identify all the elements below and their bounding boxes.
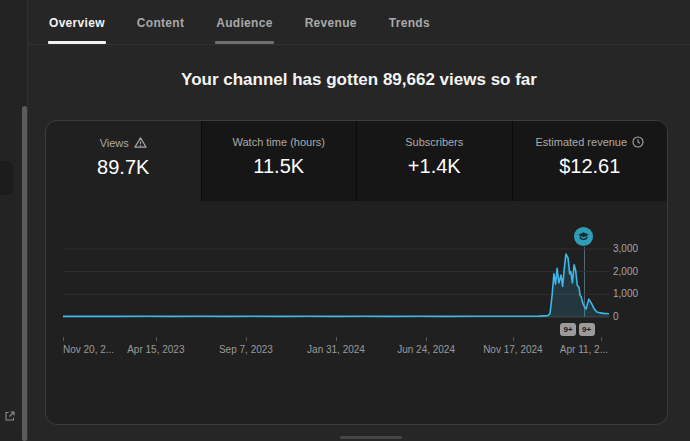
tab-underline xyxy=(215,41,273,44)
x-axis-tick xyxy=(246,337,247,341)
tab-underline xyxy=(136,41,185,44)
metric-label-text: Watch time (hours) xyxy=(232,136,325,148)
tab-underline xyxy=(388,41,431,44)
x-axis-tick xyxy=(426,337,427,341)
milestone-icon[interactable] xyxy=(573,226,594,247)
series-line-views xyxy=(63,254,609,316)
x-axis-label: Sep 7, 2023 xyxy=(219,344,273,355)
warning-icon xyxy=(134,136,147,149)
x-axis-label: Nov 17, 2024 xyxy=(483,344,543,355)
y-axis-label: 1,000 xyxy=(613,288,638,299)
tab-label: Audience xyxy=(216,16,272,30)
metric-label-text: Views xyxy=(100,137,129,149)
x-axis-label: Nov 20, 2... xyxy=(63,344,114,355)
series-area-fill xyxy=(63,254,609,317)
metric-label: Watch time (hours) xyxy=(232,136,325,148)
metric-value: $12.61 xyxy=(559,155,620,178)
video-published-badge[interactable]: 9+ xyxy=(560,323,576,336)
views-line-chart[interactable] xyxy=(63,245,609,321)
tab-audience[interactable]: Audience xyxy=(215,16,273,44)
tab-overview[interactable]: Overview xyxy=(48,16,106,44)
x-axis-tick xyxy=(513,337,514,341)
metric-label-text: Subscribers xyxy=(405,136,463,148)
tab-revenue[interactable]: Revenue xyxy=(304,16,358,44)
metric-label: Estimated revenue xyxy=(535,136,644,148)
x-axis-tick xyxy=(336,337,337,341)
x-axis-label: Apr 15, 2023 xyxy=(127,344,184,355)
tab-label: Overview xyxy=(49,16,105,30)
youtube-studio-analytics-page: OverviewContentAudienceRevenueTrends You… xyxy=(0,0,690,441)
x-axis-tick xyxy=(156,337,157,341)
x-axis-label: Jan 31, 2024 xyxy=(307,344,365,355)
analytics-tab-bar: OverviewContentAudienceRevenueTrends xyxy=(28,0,690,45)
left-gutter xyxy=(0,0,28,441)
metric-card-watch-time[interactable]: Watch time (hours)11.5K xyxy=(201,121,357,201)
metric-value: +1.4K xyxy=(408,155,461,178)
metric-value: 11.5K xyxy=(253,155,304,178)
tab-trends[interactable]: Trends xyxy=(388,16,431,44)
y-axis-label: 2,000 xyxy=(613,266,638,277)
x-axis-label: Jun 24, 2024 xyxy=(397,344,455,355)
external-link-icon[interactable] xyxy=(4,410,16,422)
metric-label-text: Estimated revenue xyxy=(535,136,627,148)
metric-cards-row: Views89.7KWatch time (hours)11.5KSubscri… xyxy=(46,121,667,201)
tab-content[interactable]: Content xyxy=(136,16,185,44)
metric-card-views[interactable]: Views89.7K xyxy=(46,121,201,201)
tab-label: Revenue xyxy=(305,16,357,30)
x-axis-tick xyxy=(63,337,64,341)
page-title: Your channel has gotten 89,662 views so … xyxy=(28,70,690,90)
side-flag xyxy=(0,161,13,195)
x-axis-tick xyxy=(601,337,602,341)
metric-label: Subscribers xyxy=(405,136,463,148)
metric-label: Views xyxy=(100,136,147,149)
metric-card-estimated-revenue[interactable]: Estimated revenue$12.61 xyxy=(512,121,668,201)
chart-area: See more 3,0002,0001,0000Nov 20, 2...Apr… xyxy=(46,201,667,424)
y-axis-label: 3,000 xyxy=(613,243,638,254)
tab-underline xyxy=(48,41,106,44)
video-published-badge[interactable]: 9+ xyxy=(579,323,595,336)
y-axis-label: 0 xyxy=(613,311,619,322)
analytics-card: Views89.7KWatch time (hours)11.5KSubscri… xyxy=(45,120,668,425)
x-axis-label: Apr 11, 2... xyxy=(560,344,608,355)
vertical-scrollbar[interactable] xyxy=(22,106,27,441)
metric-card-subscribers[interactable]: Subscribers+1.4K xyxy=(356,121,512,201)
metric-value: 89.7K xyxy=(97,156,149,179)
tab-label: Content xyxy=(137,16,184,30)
tab-label: Trends xyxy=(389,16,430,30)
bottom-scroll-handle[interactable] xyxy=(340,436,402,439)
tab-underline xyxy=(304,41,358,44)
clock-icon xyxy=(632,136,644,148)
